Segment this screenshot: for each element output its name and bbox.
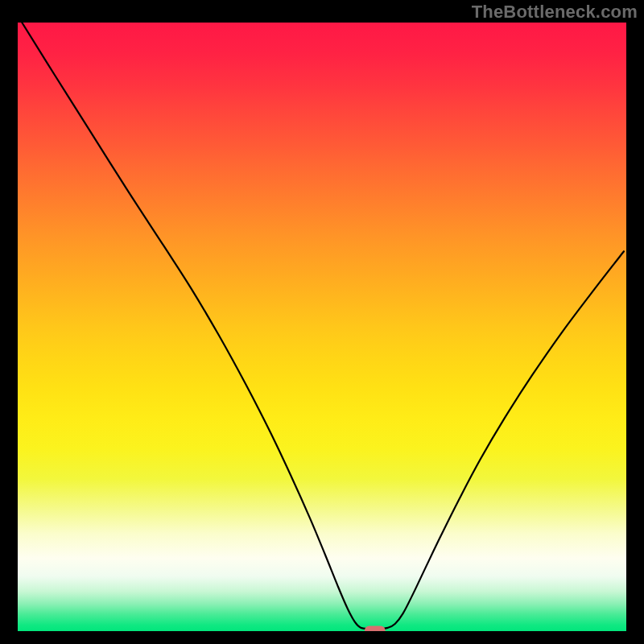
watermark-text: TheBottleneck.com <box>472 2 638 23</box>
optimal-marker <box>365 626 386 631</box>
chart-container: TheBottleneck.com <box>0 0 644 644</box>
chart-svg <box>18 23 626 631</box>
gradient-background <box>18 23 626 631</box>
plot-area <box>18 23 626 631</box>
